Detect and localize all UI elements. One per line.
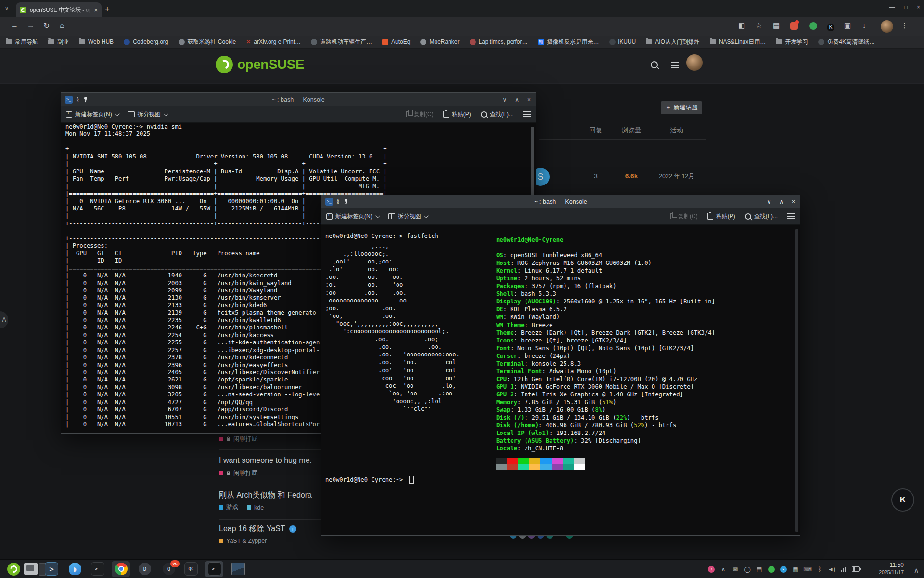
new-tab-button[interactable]: 新建标签页(N)	[326, 212, 379, 221]
fastfetch-info-line: Battery (ASUS Battery): 32% [Discharging…	[496, 437, 715, 445]
find-icon	[481, 111, 487, 118]
topic-title[interactable]: I want someone to hug me.	[219, 456, 312, 465]
topic-title[interactable]: 刚从 Arch类似物 和 Fedora	[219, 490, 312, 500]
pin-icon[interactable]	[343, 199, 348, 204]
palette-swatch	[507, 458, 518, 464]
palette-swatch	[496, 458, 507, 464]
tray-icon-expand[interactable]: ∧	[719, 565, 727, 573]
task-qc-app[interactable]: QC	[184, 562, 198, 576]
find-button[interactable]: 查找(F)...	[481, 110, 513, 118]
pin-icon[interactable]	[83, 97, 88, 102]
paste-button[interactable]: 粘贴(P)	[707, 212, 735, 221]
k2-maximize-icon[interactable]: ∧	[779, 198, 783, 205]
task-chat-with-badge[interactable]: Q 25	[162, 562, 176, 576]
copy-icon	[406, 111, 411, 117]
tray-icon-media[interactable]: ♪	[707, 565, 715, 573]
tray-icon-battery[interactable]	[852, 565, 860, 573]
k2-minimize-icon[interactable]: ∨	[767, 198, 771, 205]
task-window-preview[interactable]	[231, 562, 245, 576]
virtual-desktop-pager[interactable]	[24, 563, 46, 576]
palette-swatch	[563, 458, 574, 464]
task-dolphin[interactable]: ◗	[68, 562, 82, 576]
tray-icon-clipboard[interactable]: ▦	[792, 565, 799, 573]
tag-color-square	[219, 471, 223, 475]
tray-icon-keyboard[interactable]: ⌨	[804, 565, 811, 573]
tag-label[interactable]: 闲聊打屁	[233, 435, 257, 443]
palette-swatch	[507, 464, 518, 470]
k2-scrollbar[interactable]	[795, 229, 798, 532]
find-button[interactable]: 查找(F)...	[745, 212, 778, 221]
find-icon	[745, 213, 751, 220]
tray-icon-mail[interactable]: ✉	[732, 565, 739, 573]
k2-titlebar[interactable]: >_ ∧∧ ~ : bash — Konsole ∨ ∧ ×	[321, 195, 800, 208]
keep-above-icon[interactable]: ∧∧	[336, 199, 340, 204]
task-discord[interactable]: D	[138, 562, 152, 576]
k1-close-icon[interactable]: ×	[527, 96, 531, 103]
task-chrome[interactable]	[115, 562, 128, 576]
palette-swatch	[574, 464, 585, 470]
screen-preview-icon	[231, 563, 245, 575]
tag-label[interactable]: kde	[254, 504, 264, 511]
opensuse-ascii-art: ,..., .,:lloooooc;. ,ool' oo,;oo: .lo' o…	[325, 242, 460, 413]
fastfetch-info-line: Display (AUOC199): 2560x1600 @ 1.25x in …	[496, 298, 715, 305]
fastfetch-info-line: DE: KDE Plasma 6.5.2	[496, 305, 715, 313]
kde-corner-button[interactable]: K	[891, 488, 914, 512]
konsole-menu-icon[interactable]	[523, 111, 531, 117]
k1-titlebar[interactable]: >_ ∧∧ ~ : bash — Konsole ∨ ∧ ×	[61, 93, 536, 106]
tray-icon-bluetooth[interactable]: ᛒ	[816, 565, 823, 573]
fastfetch-info-line: Host: ROG Zephyrus M16 GU603ZM_GU603ZM (…	[496, 259, 715, 267]
fastfetch-info-line: Local IP (wlo1): 192.168.2.7/24	[496, 429, 715, 437]
k1-toolbar: 新建标签页(N) 拆分视图 复制(C) 粘贴(P) 查找(F)...	[61, 106, 536, 123]
panel-hide-chevron-icon[interactable]: ∧	[913, 566, 919, 575]
paste-button[interactable]: 粘贴(P)	[443, 110, 471, 118]
tray-icon-volume[interactable]: ◄)	[828, 565, 835, 573]
konsole-menu-icon[interactable]	[787, 213, 795, 219]
clock[interactable]: 11:50 2025/11/17	[879, 562, 904, 576]
topic-divider	[219, 553, 704, 553]
k2-close-icon[interactable]: ×	[792, 198, 795, 205]
split-view-button[interactable]: 拆分视图	[128, 110, 167, 118]
konsole-app-icon: >_	[325, 198, 333, 206]
copy-button[interactable]: 复制(C)	[670, 212, 698, 221]
system-tray: ♪∧✉◯▤…▸▦⌨ᛒ◄)	[707, 560, 860, 578]
lock-icon	[226, 436, 231, 443]
paste-icon	[443, 111, 449, 118]
palette-swatch	[552, 458, 563, 464]
tray-icon-grid[interactable]: ▤	[756, 565, 763, 573]
battery-icon	[852, 566, 860, 572]
konsole-app-icon: >_	[65, 96, 73, 104]
app-launcher-opensuse[interactable]	[7, 562, 20, 576]
fastfetch-info-line: Terminal: konsole 25.8.3	[496, 360, 715, 368]
keep-above-icon[interactable]: ∧∧	[76, 97, 79, 102]
task-terminal-blue[interactable]: >	[45, 562, 58, 576]
k1-minimize-icon[interactable]: ∨	[502, 96, 507, 103]
fastfetch-info-line: Theme: Breeze (Dark) [Qt], Breeze-Dark […	[496, 329, 715, 337]
topic-title[interactable]: Leap 16 移除 YaSTi	[219, 524, 296, 534]
fastfetch-info-line: Packages: 3757 (rpm), 16 (flatpak)	[496, 282, 715, 290]
new-tab-button[interactable]: 新建标签页(N)	[66, 110, 118, 118]
split-view-button[interactable]: 拆分视图	[388, 212, 427, 221]
tray-icon-wechat[interactable]: …	[768, 565, 775, 573]
palette-swatch	[529, 464, 540, 470]
fastfetch-info-line: Shell: bash 5.3.3	[496, 290, 715, 298]
task-konsole-2[interactable]: >_	[91, 562, 104, 576]
fastfetch-info: ne0w0r1d@Ne0-Cyrene-------------------OS…	[496, 236, 715, 452]
task-konsole-active[interactable]: >_	[208, 562, 221, 576]
k1-maximize-icon[interactable]: ∧	[515, 96, 519, 103]
konsole-window-fastfetch[interactable]: >_ ∧∧ ~ : bash — Konsole ∨ ∧ × 新建标签页(N) …	[321, 195, 800, 536]
tray-icon-ring[interactable]: ◯	[744, 565, 751, 573]
copy-button[interactable]: 复制(C)	[406, 110, 434, 118]
paste-icon	[707, 213, 713, 220]
geeko-icon	[7, 563, 20, 576]
tray-icon-telegram[interactable]: ▸	[780, 565, 787, 573]
tag-label[interactable]: 闲聊打屁	[233, 469, 257, 477]
fastfetch-info-line: Disk (/): 29.51 GiB / 134.10 GiB (22%) -…	[496, 414, 715, 421]
clock-date: 2025/11/17	[879, 569, 904, 576]
palette-swatch	[552, 464, 563, 470]
tag-label[interactable]: 游戏	[226, 503, 238, 512]
tag-label[interactable]: YaST & Zypper	[226, 538, 267, 544]
palette-swatch	[496, 464, 507, 470]
fastfetch-info-line: OS: openSUSE Tumbleweed x86_64	[496, 251, 715, 259]
tray-icon-network[interactable]	[840, 565, 847, 573]
palette-swatch	[518, 458, 529, 464]
